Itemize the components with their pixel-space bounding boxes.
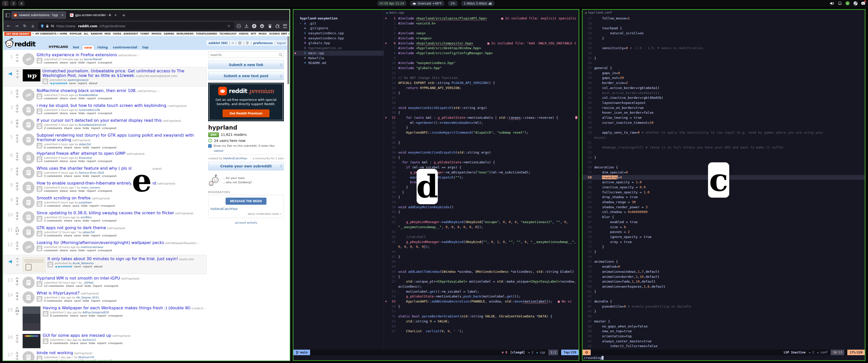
downvote-arrow[interactable] <box>16 248 19 250</box>
post-action-share[interactable]: share <box>60 359 68 360</box>
subreddit-name[interactable]: HYPRLAND <box>49 45 68 48</box>
nav-link-all[interactable]: ALL <box>84 33 88 35</box>
tree-item-.gitignore[interactable]: ◆.gitignore <box>293 26 383 31</box>
post-domain[interactable]: (self.hyprland) <box>157 182 175 185</box>
post-author[interactable]: Justp0wer <box>79 201 92 204</box>
upvote-arrow[interactable] <box>16 334 19 336</box>
nav-link-popular[interactable]: POPULAR <box>70 33 82 35</box>
tree-item-README.md[interactable]: ▼README.md <box>293 61 383 66</box>
edit-subscriptions-link[interactable]: EDIT » <box>281 33 289 35</box>
post-action-save[interactable]: save <box>70 97 76 100</box>
creator-link[interactable]: HaltAndCatchFear <box>223 157 247 160</box>
post-action-report[interactable]: report <box>87 189 96 192</box>
post-action-comment[interactable]: comment <box>44 112 58 115</box>
check-circle-icon[interactable]: ✓ <box>845 1 850 5</box>
upvote-arrow[interactable] <box>16 119 19 121</box>
post-author[interactable]: SorcierMaheP <box>84 58 102 61</box>
zotero-icon[interactable]: Z <box>252 24 256 28</box>
post-title[interactable]: What is IHyprLayout? <box>37 291 80 295</box>
post-author[interactable]: AdPsychological818 <box>82 311 108 314</box>
post-action-comment[interactable]: comment <box>44 61 58 64</box>
post-action-crosspost[interactable]: crosspost <box>102 299 117 302</box>
post-action-save[interactable]: save <box>80 341 87 344</box>
expando-button[interactable] <box>37 231 42 236</box>
post-action-save[interactable]: save <box>70 112 76 115</box>
post-action-crosspost[interactable]: crosspost <box>104 284 118 287</box>
expando-button[interactable] <box>37 58 42 64</box>
post-action-3-comments[interactable]: 3 comments <box>44 174 62 177</box>
nav-link-worldnews[interactable]: WORLDNEWS <box>176 33 193 35</box>
discord-icon[interactable] <box>861 1 866 5</box>
post-action-save[interactable]: save <box>70 359 76 360</box>
post-title[interactable]: Since updating to 0.38.0, killing swaybg… <box>37 210 174 215</box>
tree-item-.git[interactable]: ▸▮.git <box>293 21 383 26</box>
upvote-arrow[interactable] <box>16 89 19 92</box>
moderator-link[interactable]: HaltAndCatchFear <box>211 207 238 211</box>
tree-item-hypreasymotion.so[interactable]: ≣hypreasymotion.so <box>293 45 383 51</box>
downvote-arrow[interactable] <box>16 358 19 360</box>
post-action-crosspost[interactable]: crosspost <box>98 189 112 192</box>
post-action-share[interactable]: share <box>60 61 68 64</box>
post-action-hide[interactable]: hide <box>83 174 89 177</box>
post-action-6-comments[interactable]: 6 comments <box>50 341 68 344</box>
upvote-arrow[interactable] <box>16 54 19 56</box>
get-new-reddit-button[interactable]: GET NEW REDDIT <box>4 32 31 36</box>
post-action-report[interactable]: report <box>93 284 102 287</box>
post-domain[interactable]: (self.hyprland) <box>175 212 193 215</box>
tree-item-globals.hpp[interactable]: Hglobals.hpp <box>293 41 383 45</box>
upvote-arrow[interactable] <box>16 292 19 294</box>
expando-button[interactable] <box>37 296 42 302</box>
post-action-crosspost[interactable]: crosspost <box>108 341 123 344</box>
post-action-report[interactable]: report <box>91 299 100 302</box>
upvote-arrow[interactable] <box>16 152 19 154</box>
post-action-2-comments[interactable]: 2 comments <box>44 127 62 130</box>
upvote-arrow[interactable] <box>16 352 19 354</box>
upvote-arrow[interactable] <box>16 167 19 169</box>
listing-tab-rising[interactable]: rising <box>95 45 110 50</box>
post-title[interactable]: Smooth scrolling on firefox <box>37 196 91 200</box>
post-title[interactable]: i may be stupid, but how to rotate touch… <box>37 103 167 108</box>
create-subreddit-button[interactable]: Create your own subreddit <box>208 162 284 170</box>
post-action-2-comments[interactable]: 2 comments <box>44 219 62 222</box>
nav-link-movies[interactable]: MOVIES <box>151 33 161 35</box>
post-action-report[interactable]: report <box>97 341 106 344</box>
post-action-share[interactable]: share <box>64 174 72 177</box>
post-action-share[interactable]: share <box>64 219 72 222</box>
downvote-arrow[interactable] <box>16 314 19 316</box>
expando-button[interactable] <box>43 338 49 344</box>
downvote-arrow[interactable] <box>16 126 19 128</box>
post-domain[interactable]: (self.archlinux) <box>118 54 137 57</box>
join-button[interactable]: join <box>208 132 219 137</box>
username-link[interactable]: zakklol (60) <box>209 41 227 45</box>
post-action-report[interactable]: report <box>89 204 99 207</box>
expando-button[interactable] <box>43 311 49 317</box>
post-action-share[interactable]: share <box>64 146 72 149</box>
post-action-comment[interactable]: comment <box>44 249 58 252</box>
upvote-arrow[interactable] <box>16 70 19 72</box>
forward-icon[interactable]: → <box>14 24 20 28</box>
downvote-arrow[interactable] <box>16 174 19 176</box>
post-domain[interactable]: (self.hyprland) <box>92 197 110 200</box>
workspace-4[interactable]: 4 <box>18 1 25 6</box>
post-title[interactable]: Hyprland WM is not smooth on intel-iGPU <box>37 276 120 280</box>
downvote-arrow[interactable] <box>16 264 19 266</box>
post-author[interactable]: Famous-Error-2929 <box>79 171 104 174</box>
downvote-arrow[interactable] <box>16 298 19 301</box>
modmail-shield-icon[interactable] <box>246 41 249 45</box>
post-action-save[interactable]: save <box>74 219 81 222</box>
post-author[interactable]: Eksandral <box>79 156 92 159</box>
post-action-report[interactable]: report <box>83 265 92 268</box>
post-author[interactable]: Multicorn76 <box>79 356 94 359</box>
code-editor[interactable]: ◉ main.cpp ⊗1#include <hyprland/src/plug… <box>383 10 579 351</box>
expando-button[interactable] <box>37 201 42 207</box>
post-action-share[interactable]: share <box>64 127 72 130</box>
download-icon[interactable] <box>245 24 249 28</box>
post-action-about[interactable]: about <box>89 82 97 85</box>
post-title[interactable]: NoMachine showing black screen, then err… <box>37 88 137 93</box>
tree-item-Makefile[interactable]: MMakefile <box>293 56 383 61</box>
nav-link-gaming[interactable]: GAMING <box>164 33 174 35</box>
post-author[interactable]: manu_moreno <box>81 186 100 189</box>
post-action-report[interactable]: report <box>91 234 100 237</box>
upvote-arrow[interactable] <box>16 257 19 260</box>
back-icon[interactable]: ← <box>6 24 11 28</box>
